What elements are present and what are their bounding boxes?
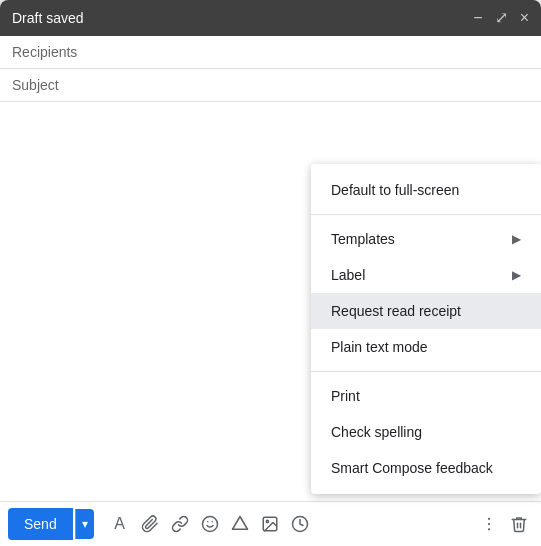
photo-icon[interactable] <box>256 510 284 538</box>
menu-item-arrow-icon: ▶ <box>512 268 521 282</box>
minimize-button[interactable]: − <box>473 10 482 26</box>
formatting-icon[interactable]: A <box>106 510 134 538</box>
emoji-icon[interactable] <box>196 510 224 538</box>
menu-item-label: Default to full-screen <box>331 182 459 198</box>
link-icon[interactable] <box>166 510 194 538</box>
svg-point-8 <box>488 528 490 530</box>
menu-item-arrow-icon: ▶ <box>512 232 521 246</box>
menu-divider <box>311 371 541 372</box>
send-arrow-button[interactable]: ▾ <box>75 509 94 539</box>
recipients-label: Recipients <box>12 44 77 60</box>
menu-item-check-spelling[interactable]: Check spelling <box>311 414 541 450</box>
menu-item-label: Templates <box>331 231 395 247</box>
menu-item-label: Smart Compose feedback <box>331 460 493 476</box>
menu-item-label: Plain text mode <box>331 339 428 355</box>
menu-item-label: Print <box>331 388 360 404</box>
menu-item-label[interactable]: Label▶ <box>311 257 541 293</box>
svg-point-0 <box>202 517 217 532</box>
window-title: Draft saved <box>12 10 84 26</box>
compose-window: Draft saved − ⤢ × Recipients Subject Sen… <box>0 0 541 546</box>
attach-icon[interactable] <box>136 510 164 538</box>
svg-point-7 <box>488 523 490 525</box>
subject-field[interactable]: Subject <box>0 69 541 102</box>
title-bar-actions: − ⤢ × <box>473 10 529 26</box>
send-button[interactable]: Send <box>8 508 73 540</box>
subject-label: Subject <box>12 77 59 93</box>
context-menu: Default to full-screenTemplates▶Label▶Re… <box>311 164 541 494</box>
svg-point-6 <box>488 518 490 520</box>
drive-icon[interactable] <box>226 510 254 538</box>
menu-item-request-read-receipt[interactable]: Request read receipt <box>311 293 541 329</box>
menu-item-smart-compose-feedback[interactable]: Smart Compose feedback <box>311 450 541 486</box>
more-options-icon[interactable] <box>475 510 503 538</box>
menu-item-templates[interactable]: Templates▶ <box>311 221 541 257</box>
menu-item-default-fullscreen[interactable]: Default to full-screen <box>311 172 541 208</box>
clock-icon[interactable] <box>286 510 314 538</box>
menu-divider <box>311 214 541 215</box>
title-bar: Draft saved − ⤢ × <box>0 0 541 36</box>
close-button[interactable]: × <box>520 10 529 26</box>
svg-point-4 <box>266 520 268 522</box>
compose-toolbar: Send ▾ A <box>0 501 541 546</box>
menu-item-label: Check spelling <box>331 424 422 440</box>
recipients-field[interactable]: Recipients <box>0 36 541 69</box>
compose-fields: Recipients Subject <box>0 36 541 102</box>
delete-icon[interactable] <box>505 510 533 538</box>
menu-item-plain-text-mode[interactable]: Plain text mode <box>311 329 541 365</box>
menu-item-label: Request read receipt <box>331 303 461 319</box>
menu-item-print[interactable]: Print <box>311 378 541 414</box>
menu-item-label: Label <box>331 267 365 283</box>
expand-button[interactable]: ⤢ <box>495 10 508 26</box>
